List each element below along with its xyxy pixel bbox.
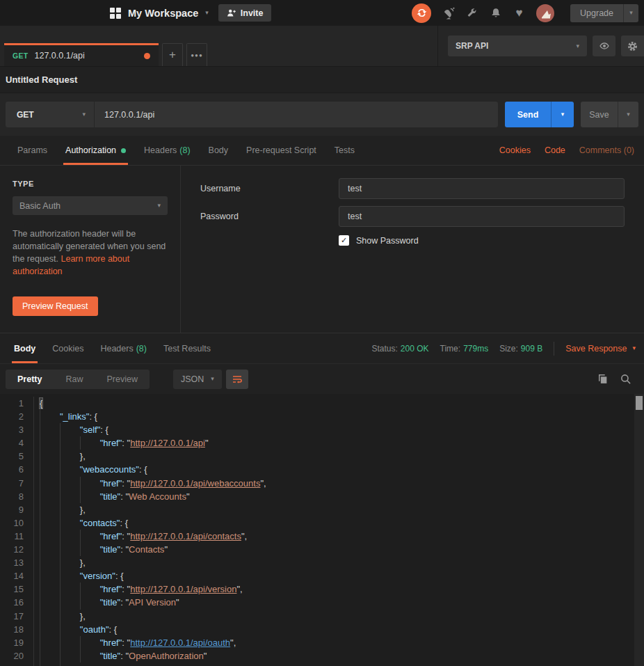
status-stat: Status:200 OK	[372, 344, 429, 354]
wrap-lines-button[interactable]	[226, 370, 248, 389]
response-tab-body[interactable]: Body	[6, 333, 44, 363]
password-field[interactable]	[339, 206, 625, 227]
open-tabs-strip: GET 127.0.0.1/api + ●●●	[0, 26, 437, 66]
response-body-editor[interactable]: 1{2"_links": {3"self": {4"href": "http:/…	[0, 394, 644, 666]
save-response-button[interactable]: Save Response ▾	[565, 344, 636, 354]
upgrade-button[interactable]: Upgrade	[570, 4, 623, 22]
code-line-content: },	[33, 503, 644, 516]
indent-guide	[60, 663, 80, 666]
environment-settings-button[interactable]	[621, 35, 644, 56]
auth-type-selector[interactable]: Basic Auth ▾	[13, 196, 168, 215]
tab-authorization[interactable]: Authorization	[56, 136, 135, 165]
search-icon[interactable]	[620, 373, 631, 385]
password-label: Password	[181, 212, 339, 221]
workspace-grid-icon	[110, 8, 121, 19]
checkmark-icon: ✓	[341, 236, 347, 245]
comments-link[interactable]: Comments (0)	[579, 145, 634, 155]
cookies-link[interactable]: Cookies	[499, 145, 531, 155]
api-network-button[interactable]	[442, 6, 455, 19]
username-field[interactable]	[339, 178, 625, 199]
format-selector[interactable]: JSON ▾	[173, 370, 222, 389]
copy-icon[interactable]	[597, 373, 609, 385]
code-editor-lines: 1{2"_links": {3"self": {4"href": "http:/…	[0, 397, 644, 666]
indent-guide	[80, 530, 100, 543]
json-url-link[interactable]: http://127.0.0.1/api	[130, 438, 205, 448]
indent-guide	[60, 649, 80, 663]
json-token: Web Accounts	[129, 491, 186, 502]
code-line: 7"href": "http://127.0.0.1/api/webaccoun…	[0, 477, 644, 490]
indent-guide	[60, 436, 80, 450]
indent-guide	[60, 423, 80, 436]
request-tabs-header: GET 127.0.0.1/api + ●●● SRP API ▾	[0, 26, 644, 66]
indent-guide	[60, 596, 80, 609]
send-button[interactable]: Send	[505, 102, 551, 127]
view-preview-button[interactable]: Preview	[95, 374, 149, 384]
sync-button[interactable]	[412, 3, 431, 23]
indent-guide	[60, 543, 80, 556]
workspace-switcher[interactable]: My Workspace ▾	[110, 8, 209, 19]
json-url-link[interactable]: http://127.0.0.1/api/version	[130, 584, 236, 594]
notifications-button[interactable]	[489, 6, 502, 19]
json-url-link[interactable]: http://127.0.0.1/api/oauth	[130, 637, 230, 648]
indent-guide	[60, 530, 80, 543]
json-url-link[interactable]: http://127.0.0.1/api/contacts	[130, 531, 241, 541]
code-line-content: "_links": {	[33, 410, 644, 423]
code-line: 1{	[0, 397, 644, 410]
code-line-content: "href": "http://127.0.0.1/api/oauth",	[33, 636, 644, 649]
tab-params[interactable]: Params	[8, 136, 56, 165]
save-button[interactable]: Save	[581, 102, 618, 127]
upgrade-dropdown-button[interactable]: ▾	[623, 4, 638, 22]
json-token: "	[164, 544, 168, 555]
response-tab-cookies[interactable]: Cookies	[44, 333, 92, 363]
wrench-icon	[466, 7, 478, 19]
chevron-down-icon: ▾	[157, 203, 161, 209]
json-token: ,	[264, 478, 266, 489]
view-pretty-button[interactable]: Pretty	[6, 374, 54, 384]
environment-selector[interactable]: SRP API ▾	[448, 35, 587, 56]
method-selector[interactable]: GET ▾	[6, 102, 95, 127]
request-tab-active[interactable]: GET 127.0.0.1/api	[4, 43, 159, 66]
tab-body[interactable]: Body	[200, 136, 238, 165]
tab-options-button[interactable]: ●●●	[186, 43, 207, 66]
scrollbar-thumb[interactable]	[636, 396, 643, 410]
workspace-name: My Workspace	[128, 8, 198, 19]
tab-tests[interactable]: Tests	[325, 136, 364, 165]
tab-pre-request-script[interactable]: Pre-request Script	[237, 136, 325, 165]
code-line-content: {	[33, 397, 644, 410]
tab-headers[interactable]: Headers (8)	[135, 136, 200, 165]
code-link[interactable]: Code	[545, 145, 565, 155]
eye-icon	[598, 40, 611, 51]
json-token: API Version	[129, 597, 176, 608]
line-number: 9	[0, 503, 33, 516]
avatar[interactable]	[536, 4, 554, 22]
code-line-content: "href": "http://127.0.0.1/api/webaccount…	[33, 477, 644, 490]
indent-guide	[60, 569, 80, 582]
invite-button[interactable]: Invite	[218, 4, 272, 22]
json-token: OpenAuthorization	[129, 651, 204, 661]
vertical-scrollbar[interactable]	[634, 394, 644, 666]
indent-guide	[80, 477, 100, 490]
invite-label: Invite	[241, 8, 264, 18]
favorites-button[interactable]: ♥	[513, 6, 526, 19]
response-headers-count: (8)	[136, 344, 147, 354]
request-quick-links: Cookies Code Comments (0)	[499, 136, 644, 165]
settings-tools-button[interactable]	[465, 6, 478, 19]
headers-count-badge: (8)	[179, 145, 190, 155]
indent-guide	[40, 556, 60, 569]
save-options-button[interactable]: ▾	[618, 102, 638, 127]
indent-guide	[60, 582, 80, 596]
json-url-link[interactable]: http://127.0.0.1/api/webaccounts	[130, 478, 260, 489]
preview-request-button[interactable]: Preview Request	[13, 296, 98, 316]
tab-url-label: 127.0.0.1/api	[35, 51, 85, 61]
show-password-checkbox[interactable]: ✓	[339, 235, 349, 246]
view-raw-button[interactable]: Raw	[54, 374, 95, 384]
json-key: "oauth"	[80, 624, 109, 635]
environment-quick-look-button[interactable]	[593, 35, 615, 56]
code-line: 13},	[0, 556, 644, 569]
send-options-button[interactable]: ▾	[551, 102, 574, 127]
url-input[interactable]	[95, 102, 498, 127]
code-line-content: },	[33, 610, 644, 623]
response-tab-test-results[interactable]: Test Results	[155, 333, 219, 363]
new-tab-button[interactable]: +	[162, 43, 183, 66]
response-tab-headers[interactable]: Headers (8)	[92, 333, 155, 363]
